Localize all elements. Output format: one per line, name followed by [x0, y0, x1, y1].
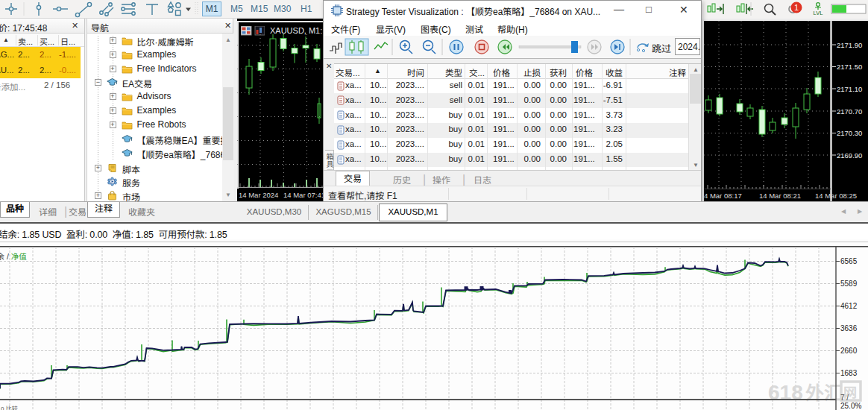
svg-text:618: 618 — [768, 381, 803, 404]
svg-text:网: 网 — [843, 382, 857, 401]
svg-text:外汇: 外汇 — [805, 378, 843, 405]
